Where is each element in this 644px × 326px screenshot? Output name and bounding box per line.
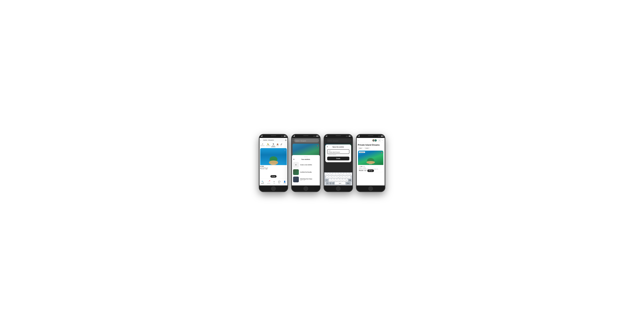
wifi-icon-2: ⊙ [314,136,314,137]
wishlist-heart-button[interactable]: ♥ [381,152,382,154]
cat-tab-islands[interactable]: 🏝 Islands [271,142,276,147]
key-v[interactable]: v [337,179,340,182]
nav-inbox[interactable]: 💬 Inbox [278,181,280,184]
cabins-icon: 🛖 [276,143,278,145]
wishlist-info-pet: Certified Pet-friendly [300,171,312,173]
search-pill[interactable]: Anytime · Add guests [262,139,284,141]
create-wishlist-item[interactable]: + Create a new wishlist [293,162,319,168]
nav-trips[interactable]: ✈ Trips [273,181,275,184]
home-button-2[interactable] [304,186,308,191]
key-r[interactable]: r [333,173,335,176]
nav-explore[interactable]: 🔍 Explore [261,181,264,184]
map-button-1[interactable]: 🗺 Map [270,175,276,178]
cat-tab-beachfront[interactable]: 🏖 Beachfront [260,142,265,147]
more-options-icon[interactable]: ··· [382,139,384,141]
key-z[interactable]: z [329,179,331,182]
heart-button-1[interactable]: ♥ [284,149,286,152]
close-sheet-button[interactable]: ✕ [293,158,295,160]
key-emoji[interactable]: ☺ [330,182,332,185]
key-g[interactable]: g [337,176,340,179]
listing-name-1: El Nido [260,166,287,167]
key-a[interactable]: a [326,176,328,179]
cat-label-islands: Islands [272,145,275,146]
key-x[interactable]: x [332,179,334,182]
inbox-icon: 💬 [278,181,280,183]
key-b[interactable]: b [340,179,342,182]
key-shift[interactable]: ⇧ [325,179,328,182]
key-f[interactable]: f [334,176,337,179]
key-mic[interactable]: 🎤 [332,182,334,185]
home-button-4[interactable] [368,186,373,191]
key-l[interactable]: l [348,176,350,179]
bg-header-2: ‹ Anytime · Add guests [292,138,320,143]
wishlist-sub-farm: Feb 7 – 14 [300,180,312,181]
key-k[interactable]: k [345,176,348,179]
home-button-3[interactable] [336,186,340,191]
battery-fill [284,136,286,136]
create-button[interactable]: Create [327,157,349,160]
key-j[interactable]: j [342,176,345,179]
phone-3: ⊙ ▷ ‹ Anytime · Add guests [324,134,353,192]
back-arrow-icon[interactable]: ‹ [260,139,261,141]
sb4-3 [327,135,327,137]
phone-3-bottom [324,185,353,192]
guests-pill[interactable]: Guests [364,147,370,149]
filter-icon[interactable]: ⊟ [285,139,286,141]
key-o[interactable]: o [346,173,349,176]
add-guest-button[interactable]: + [378,139,381,142]
key-c[interactable]: c [334,179,337,182]
modal-title: Name this wishlist [327,146,349,148]
key-backspace[interactable]: ⌫ [348,179,352,182]
phone-2-speaker [303,135,308,136]
nav-wishlists[interactable]: ♡ Wishlists [267,181,270,184]
wishlist-item-pet[interactable]: Certified Pet-friendly [293,169,319,175]
wishlist-top-bar: ‹ 👤 👤 + ··· [356,138,385,143]
nav-profile[interactable]: 👤 Profile [284,181,286,184]
key-e[interactable]: e [330,173,332,176]
listing-price-1: ₱19,410 / night [260,168,287,169]
key-numbers[interactable]: 123 [326,182,329,185]
sb3-4 [359,136,359,137]
listing-info-1: El Nido 406 kilometers aw ₱19,410 / nigh… [260,165,287,170]
wishlist-back-button[interactable]: ‹ [358,139,358,141]
name-input-container[interactable]: Name Private Island Dreams [327,149,349,154]
key-h[interactable]: h [340,176,342,179]
cat-tab-cabins[interactable]: 🛖 Cabins [276,142,280,147]
key-n[interactable]: n [342,179,345,182]
listing-card-1[interactable]: ♥ El Nido 406 kilometers aw ₱19,410 / ni [260,148,287,170]
cat-tab-tiny[interactable]: 🏡 Tiny homes [265,142,271,147]
modal-close-button[interactable]: ✕ [327,146,328,148]
map-button-4[interactable]: 🗺 Map [367,170,374,172]
sheet-handle [304,157,308,157]
key-w[interactable]: w [328,173,330,176]
key-space[interactable]: space [335,182,345,185]
bg-search-2: Anytime · Add guests [294,139,319,142]
dates-pill[interactable]: Dates [358,147,363,149]
key-q[interactable]: q [325,173,327,176]
wishlist-item-farm[interactable]: Charming Farm Stays Feb 7 – 14 [293,177,319,182]
name-wishlist-modal: ✕ Name this wishlist Name Private Island… [325,144,351,162]
key-s[interactable]: s [329,176,331,179]
key-y[interactable]: y [338,173,341,176]
key-p[interactable]: p [349,173,352,176]
sb2-3 [326,136,326,137]
key-i[interactable]: i [344,173,346,176]
explore-icon: 🔍 [262,181,264,183]
key-d[interactable]: d [332,176,334,179]
location-icon-4: ▷ [380,136,380,137]
wishlist-listing-card[interactable]: SUPERHOST ♥ ★ 4.83 (114) Island · 11 bed… [358,150,384,172]
key-return[interactable]: return [346,182,351,185]
signal-bars [261,136,262,137]
phone-4: ⊙ ▷ ‹ 👤 👤 + ··· P [356,134,385,192]
sb4 [294,135,295,137]
key-u[interactable]: u [341,173,344,176]
cat-label-tiny: Tiny homes [266,145,270,146]
key-m[interactable]: m [345,179,348,182]
home-button-1[interactable] [271,186,276,191]
bg-back-2: ‹ [293,139,294,142]
listing-distance-1: 406 kilometers aw [260,167,287,168]
cat-tab-do[interactable]: 🏕 Do... [280,142,283,147]
sb2 [294,136,294,137]
keyboard: q w e r t y u i o p a s d f g h [324,172,353,185]
key-t[interactable]: t [336,173,338,176]
